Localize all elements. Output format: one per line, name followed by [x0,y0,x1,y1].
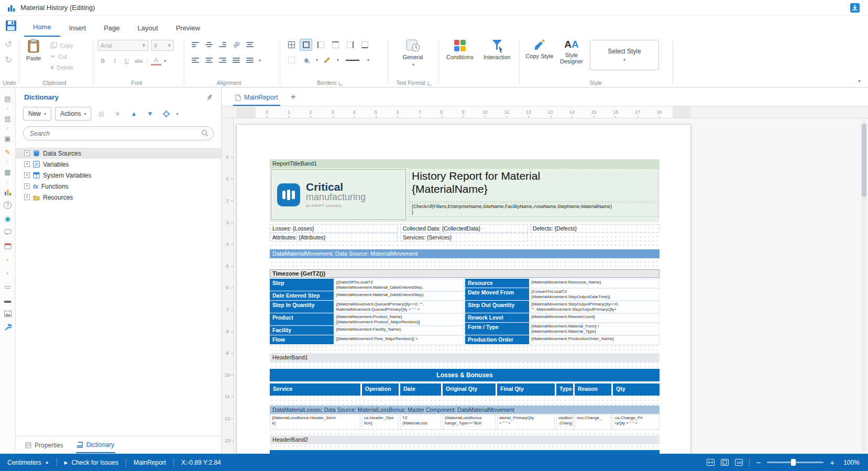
tab-properties[interactable]: Properties [24,437,64,453]
data-cell[interactable]: aterial_PrimaryQty + " " + [497,414,555,430]
attributes-cell[interactable]: Attributes: {Attributes} [270,233,398,242]
font-color-button[interactable]: A [151,57,161,65]
align-justify-icon[interactable] [230,55,242,65]
style-designer-button[interactable]: AA Style Designer [556,39,587,65]
tab-dictionary[interactable]: Dictionary [76,437,115,453]
tab-home[interactable]: Home [24,18,60,37]
row-label-cell[interactable]: Resource [465,279,529,288]
collapse-ribbon-icon[interactable]: ▾ [858,78,861,84]
chart-tool-icon[interactable] [0,185,16,199]
align-bottom-icon[interactable] [217,39,228,50]
bottom-border-button[interactable] [359,39,370,50]
tree-item-data-sources[interactable]: + Data Sources [16,148,221,159]
underline-button[interactable]: U [122,56,132,66]
row-label-cell[interactable]: Step In Quantity [270,301,334,313]
copy-page-tool-icon[interactable]: ▣ [0,132,16,145]
top-border-button[interactable] [329,39,341,50]
data-cell[interactable]: nus.Change_ [575,414,611,430]
all-borders-button[interactable] [285,39,297,50]
table-row[interactable]: Rework Level {MaterialMovement.ReworkCou… [465,313,660,323]
delete-button[interactable]: × Delete [50,62,73,73]
row-value-cell[interactable]: (MaterialMovement.Material_DateEnteredSt… [334,291,464,301]
pin-icon[interactable] [205,92,214,102]
outer-border-button[interactable] [300,39,312,50]
row-label-cell[interactable]: Step Out Quantity [465,301,529,313]
align-right-icon[interactable] [217,55,228,65]
row-value-cell[interactable]: {(MaterialMovement.QueuedPrimaryQty==0, … [334,301,464,313]
column-header-cell[interactable]: Qty [613,384,660,396]
image-tool-icon[interactable] [0,307,16,321]
row-label-cell[interactable]: Production Order [465,335,529,345]
row-label-cell[interactable]: Rework Level [465,313,529,323]
zoom-out-button[interactable]: − [756,460,761,465]
bold-button[interactable]: B [97,56,108,66]
copy-button[interactable]: Copy [50,40,73,51]
collected-data-cell[interactable]: Collected Data: {CollectedData} [400,224,528,233]
expand-plus-icon[interactable]: + [24,172,30,178]
shape-orange-tool-icon[interactable]: ▪ [0,253,16,266]
undo-icon[interactable]: ↺ [5,40,12,49]
row-label-cell[interactable]: Facility [270,326,334,335]
units-selector[interactable]: Centimeters ▲ [0,454,57,471]
map-tool-icon[interactable]: ◉ [0,212,16,225]
movement-table[interactable]: Step {(DateDiffToLocalTZ (MaterialMoveme… [270,279,660,345]
expand-chevron-icon[interactable]: › [7,125,8,132]
row-label-cell[interactable]: Flow [270,335,334,345]
data-cell[interactable]: us.Header_Ope tion} [362,414,399,430]
table-row[interactable]: Step Out Quantity {MaterialMovement.Step… [465,301,660,313]
row-value-cell[interactable]: {MaterialMovement.Facility_Name} [334,326,464,335]
table-row[interactable]: Flow [{MaterialMovement.Flow_MajorRevisi… [270,335,464,345]
column-header-cell[interactable]: Service [270,384,360,396]
next-band-strip[interactable] [270,450,660,454]
table-row[interactable]: Date Entered Step (MaterialMovement.Mate… [270,291,464,301]
tab-mainreport[interactable]: MainReport [233,90,280,106]
row-value-cell[interactable]: {ConvertToLocalTZ {MaterialMovement.Step… [529,288,660,301]
page-width-view-icon[interactable] [707,459,715,466]
table-row[interactable]: Step {(DateDiffToLocalTZ (MaterialMoveme… [270,279,464,291]
search-input[interactable] [23,126,214,140]
report-subtitle-expression[interactable]: {CheckAll(Filters,EnterpriseName,SiteNam… [409,203,658,217]
cut-button[interactable]: ✂ Cut [50,51,73,62]
expand-chevron-icon[interactable]: › [7,159,8,165]
no-border-button[interactable] [285,54,297,65]
panel-tool-icon[interactable]: ▬ [0,293,16,307]
move-down-icon[interactable]: ▼ [144,107,156,120]
zoom-slider-thumb[interactable] [791,459,796,466]
column-header-cell[interactable]: Type [556,384,573,396]
horizontal-ruler[interactable]: 0123456789101112131415161718 [222,106,868,118]
fill-color-button[interactable] [300,54,312,65]
delete-item-icon[interactable]: × [111,107,124,120]
tab-insert[interactable]: Insert [60,19,95,37]
report-tool-icon[interactable]: ▤ [0,92,16,105]
column-header-cell[interactable]: Final Qty [497,384,555,396]
report-title-band-header[interactable]: ReportTitleBand1 [270,159,660,168]
losses-summary-cell[interactable]: Losses: {Losses} [270,224,398,233]
redo-icon[interactable]: ↻ [5,56,12,64]
dictionary-settings-icon[interactable] [160,107,172,120]
vertical-scrollbar[interactable] [861,121,867,452]
data-cell[interactable]: us.Change_Pri ryQty + " " + [613,414,660,430]
table-row[interactable]: Product {MaterialMovement.Product_Name} … [270,313,464,326]
report-title-band[interactable]: Critical manufacturing an ASMPT company … [270,168,660,222]
move-up-icon[interactable]: ▲ [127,107,140,120]
italic-button[interactable]: I [109,56,120,66]
align-left-icon[interactable] [190,55,201,65]
tab-layout[interactable]: Layout [129,19,167,37]
row-value-cell[interactable]: [{MaterialMovement.Flow_MajorRevision}] … [334,335,464,345]
conditions-button[interactable]: Conditions [443,39,477,61]
check-for-issues-button[interactable]: ▶ Check for Issues [57,454,126,471]
zoom-slider[interactable] [767,462,823,463]
table-row[interactable]: Step In Quantity {(MaterialMovement.Queu… [270,301,464,313]
text-angle-icon[interactable]: ab [228,37,244,52]
defects-cell[interactable]: Defects: {Defects} [530,224,660,233]
tab-page[interactable]: Page [95,19,128,37]
save-icon[interactable] [5,20,17,31]
table-row[interactable]: Form / Type {MaterialMovement.Material_F… [465,323,660,335]
tree-item-functions[interactable]: + fx Functions [16,181,221,192]
pages-tool-icon[interactable]: ▥ [0,112,16,125]
help-tool-icon[interactable]: ? [4,201,12,209]
zoom-100-icon[interactable]: 100 [735,459,743,466]
interaction-button[interactable]: Interaction [480,39,514,61]
row-label-cell[interactable]: Date Moved From [465,288,529,301]
vertical-ruler[interactable]: 012345678910111213 [222,118,234,454]
